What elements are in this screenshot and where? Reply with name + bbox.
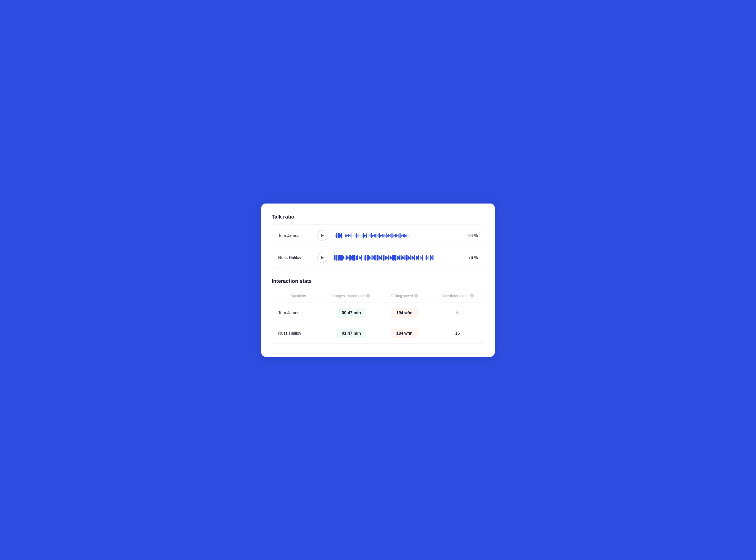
- info-icon-questions: i: [470, 294, 474, 298]
- play-button-tom[interactable]: [317, 231, 327, 241]
- stats-speaker-russ: Russ Halilov: [272, 323, 325, 343]
- stats-row-tom: Tom James 00:47 min 194 w/m 6: [272, 303, 484, 323]
- stats-speed-tom: 194 w/m: [378, 303, 431, 323]
- interaction-stats-section: Interaction stats Speakers Longest monol…: [272, 278, 484, 344]
- stats-table: Speakers Longest monologue i Talking spe…: [272, 289, 484, 344]
- play-button-russ[interactable]: [317, 253, 327, 263]
- col-header-speakers: Speakers: [272, 289, 325, 303]
- talk-ratio-title: Talk ratio: [272, 214, 484, 220]
- speed-badge-russ: 184 w/m: [391, 328, 418, 338]
- col-header-questions: Questions asked i: [431, 289, 484, 303]
- interaction-stats-title: Interaction stats: [272, 278, 484, 284]
- percentage-russ: 76 %: [463, 255, 478, 260]
- svg-marker-0: [321, 234, 324, 238]
- main-card: Talk ratio Tom James: [261, 203, 495, 357]
- speaker-name-tom: Tom James: [278, 233, 312, 238]
- play-icon-tom: [321, 234, 324, 238]
- stats-row-russ: Russ Halilov 01:47 min 184 w/m 16: [272, 323, 484, 343]
- talk-ratio-box: Tom James: [272, 224, 484, 269]
- stats-monologue-tom: 00:47 min: [325, 303, 378, 323]
- percentage-tom: 24 %: [463, 233, 478, 238]
- speaker-name-russ: Russ Halilov: [278, 255, 312, 260]
- waveform-tom: [333, 232, 458, 240]
- info-icon-monologue: i: [366, 294, 370, 298]
- monologue-badge-tom: 00:47 min: [337, 308, 366, 318]
- stats-questions-tom: 6: [431, 303, 484, 323]
- talk-ratio-row-russ: Russ Halilov: [272, 247, 484, 268]
- col-header-speed: Talking speed i: [378, 289, 431, 303]
- talk-ratio-section: Talk ratio Tom James: [272, 214, 484, 269]
- waveform-russ: [333, 254, 458, 262]
- stats-speaker-tom: Tom James: [272, 303, 325, 323]
- stats-questions-russ: 16: [431, 323, 484, 343]
- stats-table-header: Speakers Longest monologue i Talking spe…: [272, 289, 484, 303]
- info-icon-speed: i: [414, 294, 418, 298]
- monologue-badge-russ: 01:47 min: [337, 328, 366, 338]
- svg-marker-1: [321, 256, 324, 260]
- play-icon-russ: [321, 256, 324, 260]
- stats-speed-russ: 184 w/m: [378, 323, 431, 343]
- col-header-monologue: Longest monologue i: [325, 289, 378, 303]
- talk-ratio-row-tom: Tom James: [272, 225, 484, 247]
- speed-badge-tom: 194 w/m: [391, 308, 418, 318]
- stats-monologue-russ: 01:47 min: [325, 323, 378, 343]
